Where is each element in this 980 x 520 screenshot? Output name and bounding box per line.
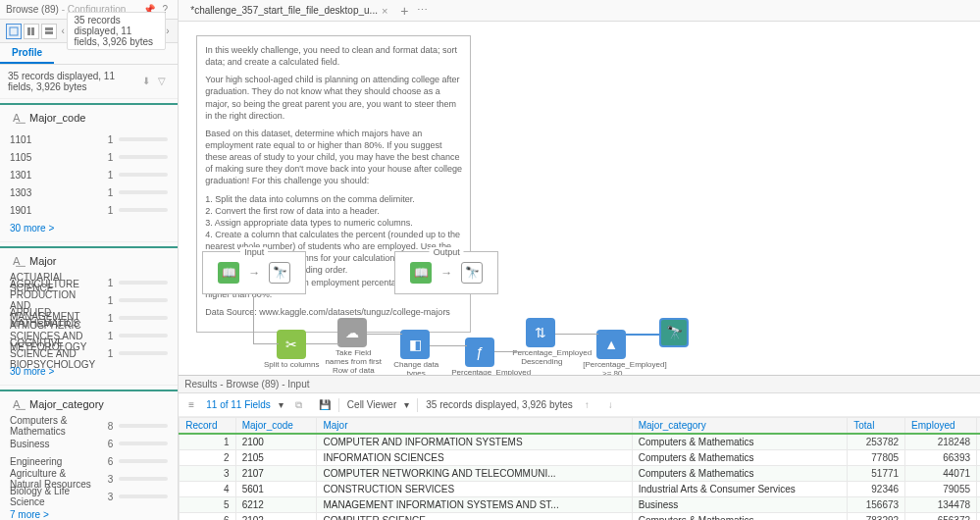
svg-rect-3 bbox=[45, 27, 53, 30]
tool-label: Take Field names from first Row of data bbox=[324, 349, 383, 375]
filter-tool[interactable]: ▲ bbox=[596, 330, 626, 359]
column-header[interactable]: Employed_full_time_year_round bbox=[977, 418, 980, 435]
show-more-link[interactable]: 7 more > bbox=[0, 505, 178, 520]
formula-tool[interactable]: ƒ bbox=[465, 338, 494, 367]
view-mode-2[interactable] bbox=[24, 24, 39, 39]
add-tab-button[interactable]: + bbox=[395, 3, 413, 19]
column-header[interactable]: Total bbox=[848, 418, 905, 435]
document-tab[interactable]: *challenge_357_start_file_file_desktop_u… bbox=[182, 2, 395, 20]
table-row[interactable]: 62102COMPUTER SCIENCEComputers & Mathema… bbox=[180, 513, 980, 521]
column-header[interactable]: Employed bbox=[905, 418, 977, 435]
results-summary: 35 records displayed, 3,926 bytes bbox=[426, 399, 573, 410]
field-value-row[interactable]: Computers & Mathematics8 bbox=[10, 417, 168, 435]
chevron-left-icon[interactable]: ‹ bbox=[61, 26, 65, 36]
close-tab-icon[interactable]: × bbox=[382, 5, 387, 17]
profile-tab[interactable]: Profile bbox=[0, 43, 54, 64]
table-row[interactable]: 32107COMPUTER NETWORKING AND TELECOMMUNI… bbox=[180, 466, 980, 482]
input-tool-icon[interactable]: 📖 bbox=[218, 262, 239, 284]
results-table[interactable]: RecordMajor_codeMajorMajor_categoryTotal… bbox=[179, 417, 980, 520]
view-mode-3[interactable] bbox=[41, 24, 57, 39]
browse-output-tool[interactable]: 🔭 bbox=[659, 318, 689, 347]
field-name: Major bbox=[29, 255, 168, 267]
field-value-row[interactable]: 11051 bbox=[10, 148, 168, 166]
field-value-row[interactable]: Biology & Life Science3 bbox=[10, 488, 168, 505]
save-icon[interactable]: 💾 bbox=[319, 399, 331, 411]
svg-rect-1 bbox=[27, 27, 30, 35]
column-header[interactable]: Major_category bbox=[632, 418, 848, 435]
fields-list: A͟Major_code110111105113011130311901130 … bbox=[0, 99, 178, 520]
show-more-link[interactable]: 30 more > bbox=[0, 219, 178, 237]
text-to-columns-tool[interactable]: ✂ bbox=[277, 330, 306, 359]
view-mode-1[interactable] bbox=[6, 24, 22, 39]
chevron-icon[interactable]: ≡ bbox=[186, 399, 196, 410]
arrow-icon: → bbox=[436, 262, 457, 284]
field-name: Major_category bbox=[29, 398, 168, 410]
field-name: Major_code bbox=[29, 112, 168, 124]
output-container: Output 📖 → 🔭 bbox=[394, 251, 498, 294]
field-value-row[interactable]: 13031 bbox=[10, 183, 168, 201]
field-header[interactable]: A͟Major_code bbox=[0, 103, 178, 130]
field-value-row[interactable]: COGNITIVE SCIENCE AND BIOPSYCHOLOGY1 bbox=[10, 344, 168, 362]
field-value-row[interactable]: 19011 bbox=[10, 201, 168, 219]
type-icon: A͟ bbox=[10, 397, 24, 411]
column-header[interactable]: Major bbox=[317, 418, 632, 435]
arrow-down-icon[interactable]: ↓ bbox=[608, 399, 620, 411]
fields-dropdown[interactable]: 11 of 11 Fields bbox=[206, 399, 271, 410]
select-tool[interactable]: ◧ bbox=[400, 330, 430, 359]
results-header: Results - Browse (89) - Input bbox=[179, 376, 980, 393]
tool-label: Split to columns bbox=[262, 361, 321, 370]
cell-viewer-dropdown[interactable]: Cell Viewer bbox=[347, 399, 396, 410]
chevron-down-icon[interactable]: ▾ bbox=[279, 399, 284, 410]
tab-menu-icon[interactable]: ⋯ bbox=[413, 4, 431, 17]
tool-label: Percentage_Employed = Ceil ([Employed]/[… bbox=[451, 369, 518, 375]
column-header[interactable]: Major_code bbox=[235, 418, 317, 435]
column-header[interactable]: Record bbox=[180, 418, 235, 435]
arrow-icon: → bbox=[243, 262, 265, 284]
tool-label: Change data types bbox=[387, 361, 445, 375]
dynamic-rename-tool[interactable]: ☁ bbox=[337, 318, 367, 347]
field-value-row[interactable]: Business6 bbox=[10, 435, 168, 452]
type-icon: A͟ bbox=[10, 111, 24, 125]
chevron-down-icon[interactable]: ▾ bbox=[404, 399, 409, 410]
input-container: Input 📖 → 🔭 bbox=[202, 251, 306, 294]
workflow-canvas[interactable]: In this weekly challenge, you need to cl… bbox=[179, 22, 980, 375]
table-row[interactable]: 56212MANAGEMENT INFORMATION SYSTEMS AND … bbox=[180, 497, 980, 513]
arrow-up-icon[interactable]: ↑ bbox=[585, 399, 596, 411]
sort-tool[interactable]: ⇅ bbox=[526, 318, 555, 347]
svg-rect-0 bbox=[10, 27, 18, 35]
browse-tool-icon[interactable]: 🔭 bbox=[269, 262, 290, 284]
table-row[interactable]: 22105INFORMATION SCIENCESComputers & Mat… bbox=[180, 450, 980, 466]
field-value-row[interactable]: 13011 bbox=[10, 166, 168, 183]
tool-label: [Percentage_Employed] >= 80 bbox=[583, 361, 642, 375]
chevron-right-icon[interactable]: › bbox=[166, 26, 170, 36]
filter-icon[interactable]: ▽ bbox=[158, 76, 170, 87]
download-icon[interactable]: ⬇ bbox=[142, 76, 154, 87]
table-row[interactable]: 12100COMPUTER AND INFORMATION SYSTEMSCom… bbox=[180, 434, 980, 450]
svg-rect-2 bbox=[31, 27, 34, 35]
svg-rect-4 bbox=[45, 31, 53, 34]
field-value-row[interactable]: 11011 bbox=[10, 130, 168, 148]
type-icon: A͟ bbox=[10, 254, 24, 268]
profile-summary-text: 35 records displayed, 11 fields, 3,926 b… bbox=[8, 71, 138, 92]
browse-tool-icon[interactable]: 🔭 bbox=[461, 262, 483, 284]
output-tool-icon[interactable]: 📖 bbox=[410, 262, 432, 284]
field-header[interactable]: A͟Major bbox=[0, 246, 178, 274]
field-header[interactable]: A͟Major_category bbox=[0, 390, 178, 417]
table-row[interactable]: 45601CONSTRUCTION SERVICESIndustrial Art… bbox=[180, 482, 980, 497]
copy-icon[interactable]: ⧉ bbox=[295, 399, 307, 411]
